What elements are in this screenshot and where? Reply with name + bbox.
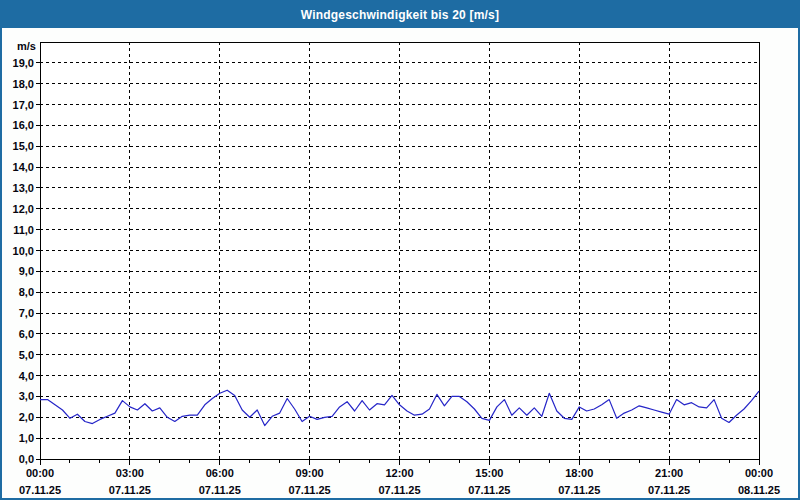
svg-text:6,0: 6,0 [19,328,34,340]
svg-text:8,0: 8,0 [19,286,34,298]
svg-text:9,0: 9,0 [19,265,34,277]
svg-text:2,0: 2,0 [19,411,34,423]
wind-speed-line-chart: 0,01,02,03,04,05,06,07,08,09,010,011,012… [2,28,798,498]
svg-text:11,0: 11,0 [13,224,34,236]
svg-text:21:00: 21:00 [655,467,683,479]
svg-text:15:00: 15:00 [475,467,503,479]
svg-text:00:00: 00:00 [745,467,773,479]
svg-text:07.11.25: 07.11.25 [109,484,151,496]
svg-text:09:00: 09:00 [296,467,324,479]
svg-text:03:00: 03:00 [116,467,144,479]
svg-text:06:00: 06:00 [206,467,234,479]
svg-text:07.11.25: 07.11.25 [289,484,331,496]
svg-text:08.11.25: 08.11.25 [738,484,780,496]
svg-text:18,0: 18,0 [13,78,34,90]
svg-text:14,0: 14,0 [13,161,34,173]
svg-text:m/s: m/s [17,40,36,52]
svg-text:4,0: 4,0 [19,370,34,382]
chart-titlebar: Windgeschwindigkeit bis 20 [m/s] [2,2,798,28]
svg-text:17,0: 17,0 [13,99,34,111]
svg-text:12:00: 12:00 [385,467,413,479]
svg-text:5,0: 5,0 [19,349,34,361]
svg-text:00:00: 00:00 [26,467,54,479]
svg-text:16,0: 16,0 [13,119,34,131]
svg-text:13,0: 13,0 [13,182,34,194]
svg-text:12,0: 12,0 [13,203,34,215]
svg-text:1,0: 1,0 [19,432,34,444]
svg-text:7,0: 7,0 [19,307,34,319]
svg-text:07.11.25: 07.11.25 [199,484,241,496]
chart-area: 0,01,02,03,04,05,06,07,08,09,010,011,012… [2,28,798,498]
svg-text:0,0: 0,0 [19,453,34,465]
svg-text:3,0: 3,0 [19,390,34,402]
svg-text:07.11.25: 07.11.25 [558,484,600,496]
chart-window: Windgeschwindigkeit bis 20 [m/s] 0,01,02… [0,0,800,500]
svg-text:10,0: 10,0 [13,245,34,257]
svg-text:07.11.25: 07.11.25 [648,484,690,496]
svg-text:15,0: 15,0 [13,140,34,152]
chart-title: Windgeschwindigkeit bis 20 [m/s] [301,8,499,22]
svg-text:19,0: 19,0 [13,57,34,69]
svg-text:07.11.25: 07.11.25 [19,484,61,496]
svg-text:07.11.25: 07.11.25 [468,484,510,496]
svg-text:18:00: 18:00 [565,467,593,479]
svg-text:07.11.25: 07.11.25 [378,484,420,496]
